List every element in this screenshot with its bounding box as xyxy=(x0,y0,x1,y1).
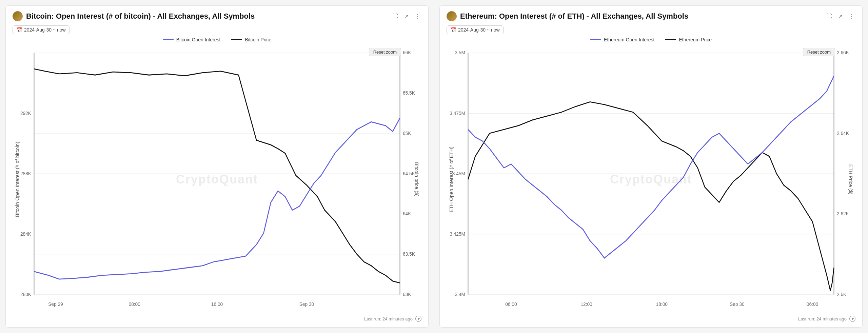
bitcoin-oi-legend-line xyxy=(163,39,174,40)
ethereum-panel: Ethereum: Open Interest (# of ETH) - All… xyxy=(439,5,863,328)
svg-text:2.62K: 2.62K xyxy=(837,211,849,217)
bitcoin-play-button[interactable] xyxy=(415,316,421,322)
ethereum-oi-legend: Ethereum Open Interest xyxy=(590,37,654,42)
svg-text:3.5M: 3.5M xyxy=(455,50,465,56)
bitcoin-price-legend-label: Bitcoin Price xyxy=(245,37,271,42)
eth-y-left-axis-label: ETH Open Interest (# of ETH) xyxy=(449,146,454,212)
ethereum-avatar xyxy=(447,11,457,21)
ethereum-oi-legend-line xyxy=(590,39,601,40)
bitcoin-panel-icons: ⛶ ↗ ⋮ xyxy=(391,12,421,21)
ethereum-chart-area: CryptoQuant Reset zoom ETH Open Interest… xyxy=(447,45,855,314)
ethereum-price-legend: Ethereum Price xyxy=(665,37,711,42)
svg-text:12:00: 12:00 xyxy=(580,301,592,307)
eth-calendar-icon: 📅 xyxy=(450,27,456,33)
svg-text:3.475M: 3.475M xyxy=(450,110,465,116)
bitcoin-legend: Bitcoin Open Interest Bitcoin Price xyxy=(13,37,421,42)
ethereum-panel-footer: Last run: 24 minutes ago xyxy=(447,316,855,322)
svg-text:64.5K: 64.5K xyxy=(403,171,415,176)
eth-expand-icon[interactable]: ⛶ xyxy=(825,12,833,21)
svg-text:16:00: 16:00 xyxy=(211,301,223,307)
svg-text:2.64K: 2.64K xyxy=(837,130,849,136)
svg-text:06:00: 06:00 xyxy=(807,301,818,307)
svg-text:63K: 63K xyxy=(403,292,411,297)
bitcoin-y-left-axis-label: Bitcoin Open Interest (# of bitcoin) xyxy=(15,142,20,217)
bitcoin-y-right-axis-label: Bitcoin price ($) xyxy=(414,162,419,197)
svg-text:3.45M: 3.45M xyxy=(452,171,465,176)
svg-text:06:00: 06:00 xyxy=(505,301,517,307)
svg-text:292K: 292K xyxy=(20,110,32,116)
ethereum-last-run: Last run: 24 minutes ago xyxy=(798,316,847,321)
more-icon[interactable]: ⋮ xyxy=(413,12,421,21)
svg-text:64K: 64K xyxy=(403,211,411,217)
bitcoin-panel-title: Bitcoin: Open Interest (# of bitcoin) - … xyxy=(26,12,255,21)
ethereum-date-badge[interactable]: 📅 2024-Aug-30 ~ now xyxy=(447,25,504,34)
calendar-icon: 📅 xyxy=(16,27,22,33)
bitcoin-panel: Bitcoin: Open Interest (# of bitcoin) - … xyxy=(5,5,429,328)
ethereum-legend: Ethereum Open Interest Ethereum Price xyxy=(447,37,855,42)
bitcoin-panel-header: Bitcoin: Open Interest (# of bitcoin) - … xyxy=(13,11,421,21)
svg-text:288K: 288K xyxy=(20,171,32,176)
bitcoin-chart-svg: Bitcoin Open Interest (# of bitcoin) Bit… xyxy=(13,45,421,314)
svg-text:Sep 29: Sep 29 xyxy=(48,301,63,307)
external-link-icon[interactable]: ↗ xyxy=(403,12,410,21)
bitcoin-reset-zoom-button[interactable]: Reset zoom xyxy=(369,48,401,56)
ethereum-oi-legend-label: Ethereum Open Interest xyxy=(604,37,654,42)
ethereum-date-range: 2024-Aug-30 ~ now xyxy=(458,27,500,33)
svg-text:66K: 66K xyxy=(403,50,411,56)
eth-y-right-axis-label: ETH Price ($) xyxy=(848,164,853,195)
bitcoin-date-badge[interactable]: 📅 2024-Aug-30 ~ now xyxy=(13,25,70,34)
svg-text:Sep 30: Sep 30 xyxy=(730,301,745,307)
eth-more-icon[interactable]: ⋮ xyxy=(847,12,855,21)
bitcoin-price-line xyxy=(34,69,400,283)
ethereum-price-line xyxy=(468,102,834,291)
svg-text:284K: 284K xyxy=(20,231,32,237)
svg-text:2.6K: 2.6K xyxy=(837,292,847,297)
bitcoin-last-run: Last run: 24 minutes ago xyxy=(364,316,413,321)
ethereum-panel-title: Ethereum: Open Interest (# of ETH) - All… xyxy=(460,12,688,21)
svg-text:65.5K: 65.5K xyxy=(403,90,415,96)
bitcoin-oi-legend: Bitcoin Open Interest xyxy=(163,37,221,42)
ethereum-play-button[interactable] xyxy=(849,316,855,322)
bitcoin-chart-area: CryptoQuant Reset zoom Bitcoin Open Inte… xyxy=(13,45,421,314)
svg-text:08:00: 08:00 xyxy=(129,301,140,307)
ethereum-oi-line xyxy=(468,76,834,258)
svg-text:Sep 30: Sep 30 xyxy=(299,301,314,307)
expand-icon[interactable]: ⛶ xyxy=(391,12,399,21)
ethereum-title-group: Ethereum: Open Interest (# of ETH) - All… xyxy=(447,11,688,21)
bitcoin-date-range: 2024-Aug-30 ~ now xyxy=(24,27,66,33)
bitcoin-avatar xyxy=(13,11,23,21)
bitcoin-panel-footer: Last run: 24 minutes ago xyxy=(13,316,421,322)
ethereum-reset-zoom-button[interactable]: Reset zoom xyxy=(803,48,835,56)
bitcoin-price-legend: Bitcoin Price xyxy=(231,37,271,42)
eth-external-link-icon[interactable]: ↗ xyxy=(837,12,844,21)
bitcoin-oi-line xyxy=(34,118,400,279)
ethereum-price-legend-line xyxy=(665,39,676,40)
ethereum-chart-svg: ETH Open Interest (# of ETH) ETH Price (… xyxy=(447,45,855,314)
ethereum-panel-header: Ethereum: Open Interest (# of ETH) - All… xyxy=(447,11,855,21)
bitcoin-oi-legend-label: Bitcoin Open Interest xyxy=(176,37,221,42)
ethereum-play-triangle-icon xyxy=(852,317,854,320)
svg-text:2.66K: 2.66K xyxy=(837,50,849,56)
svg-text:65K: 65K xyxy=(403,130,411,136)
ethereum-price-legend-label: Ethereum Price xyxy=(679,37,711,42)
svg-text:280K: 280K xyxy=(20,292,32,297)
bitcoin-play-triangle-icon xyxy=(418,317,420,320)
svg-text:18:00: 18:00 xyxy=(656,301,668,307)
ethereum-panel-icons: ⛶ ↗ ⋮ xyxy=(825,12,855,21)
svg-text:63.5K: 63.5K xyxy=(403,251,415,257)
bitcoin-title-group: Bitcoin: Open Interest (# of bitcoin) - … xyxy=(13,11,255,21)
svg-text:3.425M: 3.425M xyxy=(450,231,465,237)
bitcoin-price-legend-line xyxy=(231,39,242,40)
svg-text:3.4M: 3.4M xyxy=(455,292,465,297)
